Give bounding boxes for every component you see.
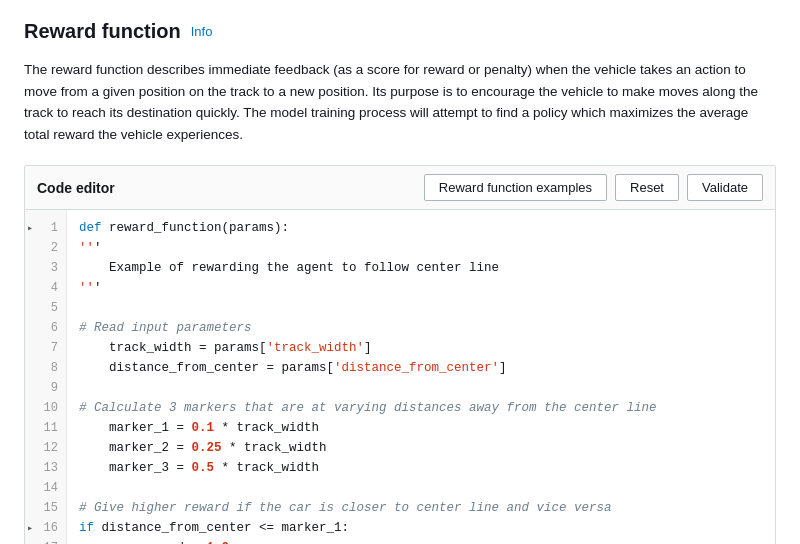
code-line: marker_2 = 0.25 * track_width xyxy=(79,438,763,458)
code-line: Example of rewarding the agent to follow… xyxy=(79,258,763,278)
line-number: 12 xyxy=(25,438,66,458)
reset-button[interactable]: Reset xyxy=(615,174,679,201)
info-link[interactable]: Info xyxy=(191,24,213,39)
code-editor[interactable]: 1234567891011121314151617181920212223242… xyxy=(25,210,775,544)
code-line: distance_from_center = params['distance_… xyxy=(79,358,763,378)
editor-toolbar: Code editor Reward function examples Res… xyxy=(25,166,775,210)
line-number: 6 xyxy=(25,318,66,338)
code-line xyxy=(79,298,763,318)
line-number: 11 xyxy=(25,418,66,438)
description: The reward function describes immediate … xyxy=(24,59,776,145)
code-line xyxy=(79,478,763,498)
code-lines: 1234567891011121314151617181920212223242… xyxy=(25,210,775,544)
code-line: marker_1 = 0.1 * track_width xyxy=(79,418,763,438)
code-line: if distance_from_center <= marker_1: xyxy=(79,518,763,538)
line-numbers: 1234567891011121314151617181920212223242… xyxy=(25,210,67,544)
code-content[interactable]: def reward_function(params): ''' Example… xyxy=(67,210,775,544)
line-number: 3 xyxy=(25,258,66,278)
line-number: 9 xyxy=(25,378,66,398)
code-line: reward = 1.0 xyxy=(79,538,763,544)
line-number: 14 xyxy=(25,478,66,498)
code-line xyxy=(79,378,763,398)
line-number: 2 xyxy=(25,238,66,258)
line-number: 17 xyxy=(25,538,66,544)
code-line: ''' xyxy=(79,278,763,298)
code-line: track_width = params['track_width'] xyxy=(79,338,763,358)
line-number: 5 xyxy=(25,298,66,318)
line-number: 15 xyxy=(25,498,66,518)
validate-button[interactable]: Validate xyxy=(687,174,763,201)
line-number: 10 xyxy=(25,398,66,418)
code-line: # Read input parameters xyxy=(79,318,763,338)
reward-examples-button[interactable]: Reward function examples xyxy=(424,174,607,201)
page-title: Reward function xyxy=(24,20,181,43)
toolbar-buttons: Reward function examples Reset Validate xyxy=(424,174,763,201)
line-number: 1 xyxy=(25,218,66,238)
code-line: # Give higher reward if the car is close… xyxy=(79,498,763,518)
line-number: 7 xyxy=(25,338,66,358)
editor-section: Code editor Reward function examples Res… xyxy=(24,165,776,544)
editor-label: Code editor xyxy=(37,180,115,196)
code-line: def reward_function(params): xyxy=(79,218,763,238)
line-number: 13 xyxy=(25,458,66,478)
code-line: marker_3 = 0.5 * track_width xyxy=(79,458,763,478)
line-number: 16 xyxy=(25,518,66,538)
code-line: ''' xyxy=(79,238,763,258)
line-number: 4 xyxy=(25,278,66,298)
code-line: # Calculate 3 markers that are at varyin… xyxy=(79,398,763,418)
line-number: 8 xyxy=(25,358,66,378)
page-header: Reward function Info xyxy=(24,20,776,43)
